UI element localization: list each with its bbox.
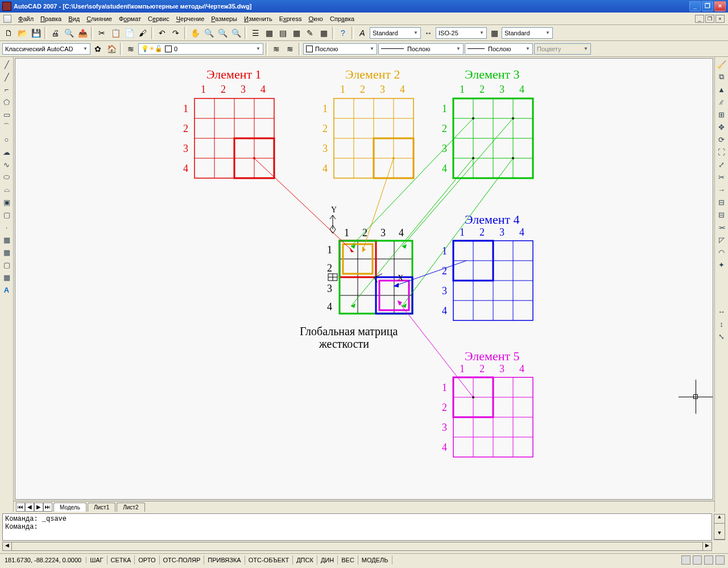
erase-button[interactable]: 🧹 — [716, 59, 727, 70]
linetype-combo[interactable]: Послою▼ — [378, 43, 464, 55]
table-button[interactable]: ▦ — [1, 271, 13, 283]
palette-button[interactable]: ▤ — [276, 27, 289, 39]
doc-maximize-button[interactable]: ❐ — [705, 15, 714, 23]
line-button[interactable]: ╱ — [1, 59, 13, 70]
ellipse-button[interactable]: ⬭ — [1, 171, 13, 183]
menu-view[interactable]: Вид — [65, 14, 83, 23]
menu-dim[interactable]: Размеры — [208, 14, 241, 23]
ortho-toggle[interactable]: ОРТО — [135, 555, 159, 565]
fillet-button[interactable]: ◠ — [716, 246, 727, 258]
menu-merge[interactable]: Слияние — [83, 14, 115, 23]
dim2-button[interactable]: ↕ — [716, 318, 727, 330]
scroll-left-button[interactable]: ◀ — [3, 542, 12, 550]
zoom-win-button[interactable]: 🔍 — [216, 27, 229, 39]
zoom-rt-button[interactable]: 🔍 — [202, 27, 215, 39]
circle-button[interactable]: ○ — [1, 134, 13, 145]
break-button[interactable]: ⊟ — [716, 196, 727, 208]
coordinates-display[interactable]: 181.6730, -88.2224, 0.0000 — [0, 557, 86, 563]
ellipsearc-button[interactable]: ⌓ — [1, 184, 13, 195]
undo-button[interactable]: ↶ — [156, 27, 168, 39]
layer-combo[interactable]: 💡 ☀ 🔓 0▼ — [138, 43, 263, 55]
tab-prev-button[interactable]: ◀ — [25, 503, 34, 512]
layer-prev-button[interactable]: ≋ — [270, 43, 283, 55]
cut-button[interactable]: ✂ — [96, 27, 108, 39]
polar-toggle[interactable]: ОТС-ПОЛЯР — [160, 555, 205, 565]
menu-draw[interactable]: Черчение — [173, 14, 208, 23]
menu-express[interactable]: Express — [276, 14, 305, 23]
extend-button[interactable]: → — [716, 184, 727, 195]
drawing-canvas[interactable]: Y X Элемент 1 Элемент 2 Элемент 3 Элемен… — [15, 58, 713, 500]
dimstyle-combo[interactable]: ISO-25▼ — [436, 27, 487, 39]
doc-minimize-button[interactable]: _ — [695, 15, 704, 23]
minimize-button[interactable]: _ — [689, 1, 701, 11]
tablestyle-combo[interactable]: Standard▼ — [502, 27, 553, 39]
zoom-prev-button[interactable]: 🔍 — [230, 27, 242, 39]
workspace-settings-button[interactable]: ✿ — [92, 43, 104, 55]
layer-state-button[interactable]: ≋ — [284, 43, 296, 55]
status-clean-icon[interactable] — [704, 555, 713, 565]
chamfer-button[interactable]: ◸ — [716, 234, 727, 245]
insert-button[interactable]: ▣ — [1, 196, 13, 208]
preview-button[interactable]: 🔍 — [63, 27, 75, 39]
tab-last-button[interactable]: ⏭ — [43, 503, 52, 512]
tab-next-button[interactable]: ▶ — [34, 503, 43, 512]
lineweight-combo[interactable]: Послою▼ — [465, 43, 533, 55]
menu-window[interactable]: Окно — [305, 14, 326, 23]
copy-button[interactable]: 📋 — [109, 27, 122, 39]
command-hscrollbar[interactable]: ◀ ▶ — [2, 542, 712, 551]
tab-model[interactable]: Модель — [53, 503, 86, 512]
explode-button[interactable]: ✦ — [716, 259, 727, 270]
scroll-right-button[interactable]: ▶ — [702, 542, 712, 550]
tablestyle-icon[interactable]: ▦ — [488, 27, 500, 39]
match-button[interactable]: 🖌 — [136, 27, 149, 39]
publish-button[interactable]: 📤 — [76, 27, 89, 39]
rectangle-button[interactable]: ▭ — [1, 109, 13, 120]
xline-button[interactable]: ╱ — [1, 71, 13, 83]
menu-edit[interactable]: Правка — [37, 14, 65, 23]
pan-button[interactable]: ✋ — [189, 27, 201, 39]
dyn-toggle[interactable]: ДИН — [317, 555, 338, 565]
close-button[interactable]: × — [714, 1, 726, 11]
doc-close-button[interactable]: × — [715, 15, 725, 23]
textstyle-icon[interactable]: A — [356, 27, 369, 39]
color-combo[interactable]: Послою▼ — [303, 43, 377, 55]
save-button[interactable]: 💾 — [30, 27, 42, 39]
arc-button[interactable]: ⌒ — [1, 121, 13, 133]
open-button[interactable]: 📂 — [16, 27, 28, 39]
tab-first-button[interactable]: ⏮ — [16, 503, 25, 512]
join-button[interactable]: ⫘ — [716, 221, 727, 233]
snap-toggle[interactable]: ШАГ — [86, 555, 107, 565]
trim-button[interactable]: ✂ — [716, 171, 727, 183]
region-button[interactable]: ▢ — [1, 259, 13, 270]
redo-button[interactable]: ↷ — [169, 27, 182, 39]
dcenter-button[interactable]: ▦ — [263, 27, 275, 39]
tab-layout2[interactable]: Лист2 — [117, 503, 144, 512]
command-line[interactable]: Команда: _qsave Команда: ▲ ▼ — [2, 513, 712, 541]
move-button[interactable]: ✥ — [716, 121, 727, 133]
model-toggle[interactable]: МОДЕЛЬ — [358, 555, 392, 565]
scale-button[interactable]: ⛶ — [716, 146, 727, 158]
gradient-button[interactable]: ▦ — [1, 246, 13, 258]
array-button[interactable]: ⊞ — [716, 109, 727, 120]
tab-layout1[interactable]: Лист1 — [88, 503, 115, 512]
revcloud-button[interactable]: ☁ — [1, 146, 13, 158]
scroll-up-button[interactable]: ▲ — [714, 515, 725, 524]
status-tray-icon[interactable] — [693, 555, 702, 565]
lwt-toggle[interactable]: ВЕС — [338, 555, 358, 565]
mirror-button[interactable]: ▲ — [716, 84, 727, 95]
rotate-button[interactable]: ⟳ — [716, 134, 727, 145]
props-button[interactable]: ☰ — [249, 27, 262, 39]
ducs-toggle[interactable]: ДПСК — [293, 555, 317, 565]
menu-service[interactable]: Сервис — [144, 14, 173, 23]
stretch-button[interactable]: ⤢ — [716, 159, 727, 170]
osnap-toggle[interactable]: ПРИВЯЗКА — [204, 555, 245, 565]
plotstyle-combo[interactable]: Поцвету▼ — [534, 43, 591, 55]
grid-toggle[interactable]: СЕТКА — [107, 555, 135, 565]
markup-button[interactable]: ✎ — [304, 27, 316, 39]
layer-manager-button[interactable]: ≋ — [125, 43, 137, 55]
status-expand-icon[interactable] — [715, 555, 725, 565]
point-button[interactable]: · — [1, 221, 13, 233]
offset-button[interactable]: ⫽ — [716, 96, 727, 108]
new-button[interactable]: 🗋 — [2, 27, 15, 39]
menu-modify[interactable]: Изменить — [241, 14, 276, 23]
